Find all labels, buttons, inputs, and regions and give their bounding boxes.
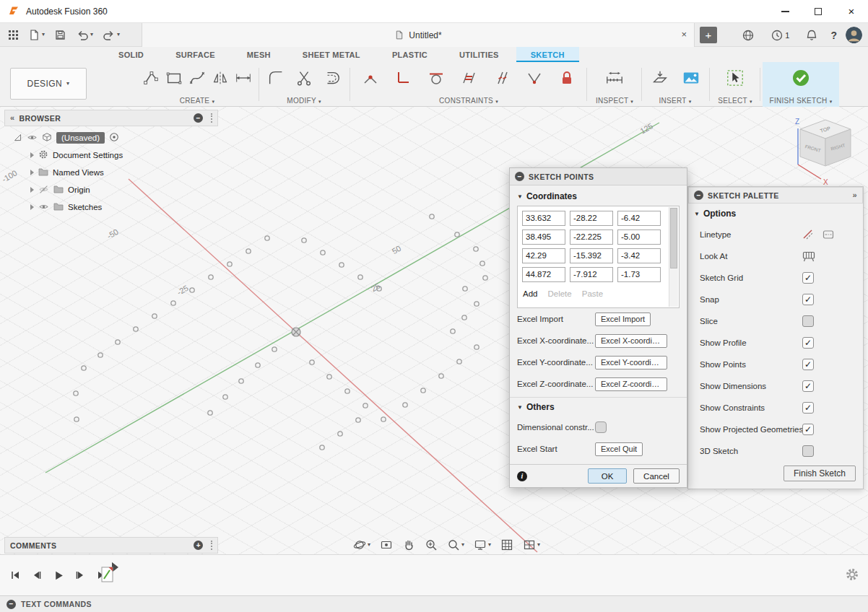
origin-marker[interactable] xyxy=(292,328,300,336)
inspect-dropdown[interactable]: INSPECT ▾ xyxy=(591,97,638,105)
sketch-point[interactable] xyxy=(265,236,269,240)
sketch-point[interactable] xyxy=(463,287,467,291)
checkbox-show-projected-geometries[interactable]: ✓ xyxy=(802,424,814,435)
midpoint-constraint-button[interactable] xyxy=(523,66,546,90)
zoom-window-button[interactable]: ▾ xyxy=(446,537,466,553)
excel-y-coordinates-button[interactable]: Excel Y-coordina... xyxy=(595,356,667,370)
ribbon-tab-solid[interactable]: SOLID xyxy=(104,47,158,62)
sketch-point[interactable] xyxy=(356,418,360,422)
coordinate-cell-input[interactable] xyxy=(617,267,661,282)
ribbon-tab-utilities[interactable]: UTILITIES xyxy=(445,47,513,62)
step-back-button[interactable] xyxy=(27,566,46,585)
others-section-header[interactable]: ▼ Others xyxy=(517,398,680,416)
sketch-point[interactable] xyxy=(272,347,277,351)
checkbox-sketch-grid[interactable]: ✓ xyxy=(802,272,814,284)
help-icon[interactable]: ? xyxy=(830,30,837,41)
ribbon-tab-surface[interactable]: SURFACE xyxy=(161,47,230,62)
browser-item-sketches[interactable]: Sketches xyxy=(4,198,218,216)
sketch-point[interactable] xyxy=(310,360,314,364)
checkbox-show-constraints[interactable]: ✓ xyxy=(802,402,814,414)
dimensional-constraint-checkbox[interactable] xyxy=(595,421,607,433)
workspace-selector[interactable]: DESIGN ▾ xyxy=(10,68,87,100)
coordinate-cell-input[interactable] xyxy=(617,211,661,226)
browser-header[interactable]: « BROWSER – xyxy=(4,110,218,126)
sketch-point[interactable] xyxy=(302,238,306,242)
canvas-image-button[interactable] xyxy=(680,66,703,90)
ribbon-tab-sketch[interactable]: SKETCH xyxy=(516,47,579,62)
select-tool-button[interactable] xyxy=(724,66,747,90)
line-tool-button[interactable] xyxy=(139,66,162,90)
cancel-button[interactable]: Cancel xyxy=(633,468,680,484)
timeline-settings-gear-icon[interactable] xyxy=(845,567,859,584)
comments-header[interactable]: COMMENTS + xyxy=(4,537,218,554)
sketch-point[interactable] xyxy=(171,301,175,305)
grid-settings-button[interactable] xyxy=(499,537,515,553)
timeline-sketch-feature-icon[interactable] xyxy=(100,561,121,588)
sketch-point[interactable] xyxy=(457,359,461,364)
sketch-point[interactable] xyxy=(74,417,79,421)
view-cube[interactable]: Z X TOP FRONT RIGHT xyxy=(769,113,863,191)
sketch-point[interactable] xyxy=(363,403,368,408)
sketch-point[interactable] xyxy=(246,249,251,253)
sketch-point[interactable] xyxy=(474,302,479,306)
display-settings-button[interactable]: ▾ xyxy=(472,537,492,553)
activate-radio-icon[interactable] xyxy=(109,132,119,144)
sketch-points-dialog[interactable]: – SKETCH POINTS ▼ Coordinates Add Delete… xyxy=(509,167,687,488)
add-row-button[interactable]: Add xyxy=(523,289,537,298)
go-to-start-button[interactable] xyxy=(6,566,25,585)
sketch-point[interactable] xyxy=(358,275,363,279)
visibility-eye-off-icon[interactable] xyxy=(38,185,49,196)
sketch-point[interactable] xyxy=(377,287,381,291)
collapse-right-icon[interactable]: » xyxy=(852,191,857,199)
create-dropdown[interactable]: CREATE ▾ xyxy=(139,97,255,105)
checkbox-show-points[interactable]: ✓ xyxy=(802,359,814,370)
excel-x-coordinates-button[interactable]: Excel X-coordina... xyxy=(595,334,667,348)
equal-constraint-button[interactable] xyxy=(457,66,480,90)
checkbox-3d-sketch[interactable] xyxy=(802,445,814,457)
scrollbar-thumb[interactable] xyxy=(670,208,677,268)
centerline-linetype-icon[interactable] xyxy=(823,229,834,240)
construction-linetype-icon[interactable] xyxy=(802,229,814,240)
mirror-tool-button[interactable] xyxy=(209,66,232,90)
sketch-point[interactable] xyxy=(381,417,386,421)
text-commands-bar[interactable]: – TEXT COMMANDS xyxy=(0,595,868,612)
table-scrollbar[interactable] xyxy=(669,207,678,307)
ok-button[interactable]: OK xyxy=(588,468,627,484)
coordinate-cell-input[interactable] xyxy=(522,248,565,263)
sketch-point[interactable] xyxy=(82,366,86,370)
add-comment-button[interactable]: + xyxy=(194,541,203,550)
coordinate-cell-input[interactable] xyxy=(617,230,661,245)
undo-button[interactable]: ▾ xyxy=(72,26,97,44)
delete-row-button[interactable]: Delete xyxy=(547,289,571,298)
user-avatar[interactable] xyxy=(846,27,862,43)
insert-dropdown[interactable]: INSERT ▾ xyxy=(644,97,706,105)
excel-z-coordinates-button[interactable]: Excel Z-coordina... xyxy=(595,377,667,391)
browser-grip[interactable] xyxy=(211,113,212,123)
sketch-point[interactable] xyxy=(345,389,350,393)
file-menu-button[interactable]: ▾ xyxy=(25,26,48,44)
checkbox-show-dimensions[interactable]: ✓ xyxy=(802,380,814,392)
spline-tool-button[interactable] xyxy=(186,66,209,90)
offset-tool-button[interactable] xyxy=(321,66,344,90)
browser-item-unsaved[interactable]: (Unsaved) xyxy=(4,129,218,147)
look-at-button[interactable] xyxy=(378,537,394,553)
sketch-point[interactable] xyxy=(208,411,212,415)
tab-close-button[interactable]: × xyxy=(681,29,687,40)
finish-sketch-button[interactable] xyxy=(789,66,812,90)
checkbox-slice[interactable] xyxy=(802,315,814,327)
sketch-point[interactable] xyxy=(256,363,260,367)
expand-arrow-icon[interactable] xyxy=(30,170,34,175)
coordinate-cell-input[interactable] xyxy=(570,211,613,226)
expand-arrow-icon[interactable] xyxy=(30,204,34,210)
expand-arrow-icon[interactable] xyxy=(30,152,34,158)
checkbox-show-profile[interactable]: ✓ xyxy=(802,337,814,349)
sketch-point[interactable] xyxy=(223,395,227,399)
measure-tool-button[interactable] xyxy=(603,66,626,90)
sketch-point[interactable] xyxy=(421,388,425,393)
excel-quit-button[interactable]: Excel Quit xyxy=(595,442,643,456)
sketch-point[interactable] xyxy=(474,247,478,251)
close-button[interactable]: × xyxy=(835,0,868,22)
sketch-point[interactable] xyxy=(74,391,78,395)
coordinate-cell-input[interactable] xyxy=(522,267,565,282)
sketch-point[interactable] xyxy=(98,353,103,357)
